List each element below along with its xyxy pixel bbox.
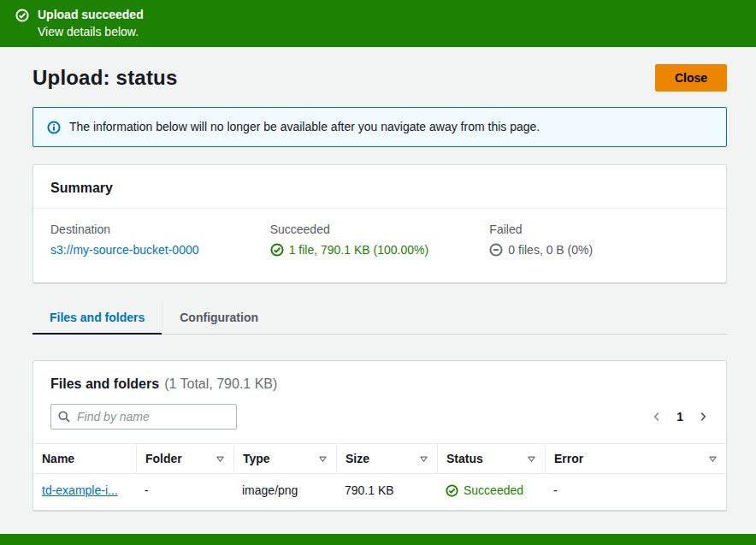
info-alert-text: The information below will no longer be …	[69, 120, 540, 133]
table-row: td-example-i... - image/png 790.1 KB Suc…	[33, 474, 726, 510]
column-header-size[interactable]: Size	[336, 444, 437, 473]
page-title: Upload: status	[32, 66, 177, 90]
cell-type: image/png	[233, 474, 336, 510]
main-content: Upload: status Close The information bel…	[0, 47, 756, 534]
column-header-folder[interactable]: Folder	[136, 444, 233, 473]
files-panel: Files and folders (1 Total, 790.1 KB) 1	[32, 360, 727, 511]
cell-status: Succeeded	[437, 474, 545, 510]
summary-body: Destination s3://my-source-bucket-0000 S…	[33, 209, 726, 282]
neutral-status-icon	[489, 243, 503, 257]
file-name-link[interactable]: td-example-i...	[42, 483, 118, 497]
flash-message: View details below.	[38, 25, 144, 39]
close-button[interactable]: Close	[655, 64, 727, 92]
sort-icon[interactable]	[318, 454, 328, 464]
bottom-flashbar-strip	[0, 534, 756, 545]
flash-title: Upload succeeded	[38, 8, 144, 21]
column-header-error[interactable]: Error	[545, 444, 726, 473]
check-circle-icon	[15, 8, 29, 22]
files-toolbar: 1	[33, 392, 726, 429]
column-header-type[interactable]: Type	[233, 444, 336, 473]
tab-files-and-folders[interactable]: Files and folders	[32, 300, 162, 334]
succeeded-value: 1 file, 790.1 KB (100.00%)	[289, 243, 428, 257]
cell-error: -	[545, 474, 726, 510]
search-icon	[57, 410, 71, 424]
success-flashbar: Upload succeeded View details below.	[0, 0, 756, 47]
summary-destination: Destination s3://my-source-bucket-0000	[50, 222, 270, 257]
column-header-status[interactable]: Status	[437, 444, 545, 473]
files-count: (1 Total, 790.1 KB)	[164, 376, 277, 392]
failed-value: 0 files, 0 B (0%)	[508, 243, 593, 257]
search-box	[50, 404, 237, 429]
cell-folder: -	[136, 474, 233, 510]
succeeded-label: Succeeded	[270, 222, 490, 236]
info-icon	[47, 120, 61, 134]
tab-bar: Files and folders Configuration	[32, 300, 727, 335]
pagination: 1	[651, 410, 709, 424]
files-table-header: Name Folder Type Size	[33, 444, 726, 474]
column-header-name: Name	[33, 444, 136, 473]
summary-succeeded: Succeeded 1 file, 790.1 KB (100.00%)	[270, 222, 490, 257]
sort-icon[interactable]	[527, 454, 536, 464]
next-page-icon[interactable]	[697, 411, 709, 423]
cell-size: 790.1 KB	[336, 474, 437, 510]
tab-configuration[interactable]: Configuration	[162, 300, 275, 334]
files-panel-header: Files and folders (1 Total, 790.1 KB)	[33, 361, 726, 392]
sort-icon[interactable]	[419, 454, 428, 464]
search-input[interactable]	[50, 404, 237, 429]
info-alert: The information below will no longer be …	[32, 107, 727, 147]
destination-label: Destination	[50, 222, 270, 236]
failed-label: Failed	[489, 222, 709, 236]
summary-failed: Failed 0 files, 0 B (0%)	[489, 222, 709, 257]
page-number[interactable]: 1	[676, 410, 683, 424]
summary-card: Summary Destination s3://my-source-bucke…	[32, 164, 727, 283]
files-panel-title: Files and folders	[50, 376, 159, 392]
success-status-icon	[270, 243, 284, 257]
previous-page-icon[interactable]	[651, 411, 663, 423]
files-table: Name Folder Type Size	[33, 443, 726, 510]
success-status-icon	[446, 484, 458, 497]
destination-bucket-link[interactable]: s3://my-source-bucket-0000	[50, 243, 199, 257]
summary-card-header: Summary	[33, 165, 726, 209]
sort-icon[interactable]	[216, 454, 225, 464]
page-header: Upload: status Close	[32, 64, 727, 92]
summary-title: Summary	[50, 181, 113, 195]
sort-icon[interactable]	[708, 454, 718, 464]
